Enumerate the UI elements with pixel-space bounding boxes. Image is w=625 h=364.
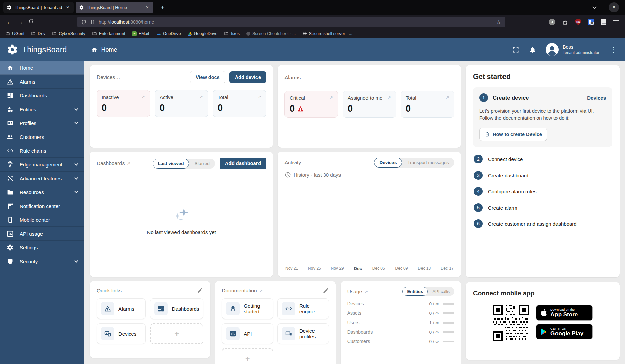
x-tick: Nov 29 <box>331 266 344 271</box>
bookmark-star-icon[interactable]: ☆ <box>496 19 501 25</box>
bookmark-onedrive[interactable]: ☁ OneDrive <box>156 31 181 36</box>
menu-hamburger-icon[interactable] <box>613 20 619 24</box>
toggle-entities[interactable]: Entities <box>402 287 428 296</box>
url-bar[interactable]: http://localhost:8080/home ☆ <box>77 17 505 27</box>
get-started-step-5[interactable]: 5 Create alarm <box>473 200 612 216</box>
add-dashboard-button[interactable]: Add dashboard <box>220 158 266 169</box>
bookmark-email[interactable]: ✉ EMail <box>132 31 149 36</box>
step-1-label: Create device <box>493 95 529 101</box>
stat-alarms-critical[interactable]: Critical↗ 0 <box>284 91 338 118</box>
bookmark-googledrive[interactable]: GoogleDrive <box>188 31 217 36</box>
usage-title: Usage↗ <box>347 289 368 295</box>
reader-view-icon[interactable] <box>601 19 606 25</box>
forward-button[interactable]: → <box>15 19 26 26</box>
get-started-step-2[interactable]: 2 Connect device <box>473 151 612 167</box>
jshelter-extension-icon[interactable]: J <box>549 19 555 25</box>
browser-tab-home[interactable]: ThingsBoard | Home × <box>76 2 153 13</box>
sidebar-item-entities[interactable]: Entities <box>0 102 84 116</box>
get-started-step-3[interactable]: 3 Create dashboard <box>473 167 612 183</box>
add-quick-link-button[interactable]: + <box>150 323 203 344</box>
breadcrumb-home[interactable]: Home <box>91 46 117 53</box>
thingsboard-logo[interactable]: ThingsBoard <box>7 44 67 55</box>
tab-close-icon[interactable]: × <box>145 5 150 10</box>
sidebar-item-rule-chains[interactable]: Rule chains <box>0 144 84 158</box>
sidebar-item-home[interactable]: Home <box>0 61 84 75</box>
reload-button[interactable] <box>26 19 36 26</box>
stat-devices-active[interactable]: Active↗ 0 <box>155 90 208 117</box>
bookmark-fixes[interactable]: fixes <box>224 31 240 36</box>
sidebar-item-edge-management[interactable]: Edge management <box>0 158 84 172</box>
devices-link[interactable]: Devices <box>587 95 606 101</box>
sidebar-item-security[interactable]: Security <box>0 254 84 268</box>
back-button[interactable]: ← <box>4 19 15 26</box>
password-manager-extension-icon[interactable] <box>588 19 594 25</box>
apple-logo-icon <box>540 309 547 317</box>
get-started-step-4[interactable]: 4 Configure alarm rules <box>473 183 612 200</box>
bookmark-screen-cheatsheet[interactable]: Screen Cheatsheet · ... <box>246 31 296 36</box>
stat-alarms-total[interactable]: Total↗ 0 <box>401 91 454 118</box>
ublock-extension-icon[interactable]: UO <box>575 19 581 25</box>
bookmark-cybersecurity[interactable]: CyberSecurity <box>52 31 85 36</box>
sidebar-item-customers[interactable]: Customers <box>0 130 84 144</box>
page-info-icon[interactable] <box>90 19 95 25</box>
toggle-starred[interactable]: Starred <box>189 159 215 169</box>
browser-tab-tenant[interactable]: ThingsBoard | Tenant ad × <box>3 2 74 13</box>
get-started-step-6[interactable]: 6 Create customer and assign dashboard <box>473 216 612 232</box>
doc-link-api[interactable]: API <box>222 323 273 344</box>
usage-row-users: Users1 / ∞ <box>347 320 454 325</box>
stat-devices-total[interactable]: Total↗ 0 <box>213 90 266 117</box>
user-menu[interactable]: Boss Tenant administrator <box>546 43 599 56</box>
sidebar-item-resources[interactable]: Resources <box>0 185 84 199</box>
bookmark-entertainment[interactable]: Entertainment <box>92 31 125 36</box>
stat-alarms-assigned[interactable]: Assigned to me↗ 0 <box>343 91 396 118</box>
edit-pencil-icon[interactable] <box>323 287 329 294</box>
phone-icon <box>7 216 14 223</box>
toggle-transport-messages[interactable]: Transport messages <box>402 158 454 168</box>
sidebar-item-api-usage[interactable]: API usage <box>0 227 84 241</box>
edit-pencil-icon[interactable] <box>197 287 203 294</box>
window-close-button[interactable]: × <box>609 2 619 12</box>
sidebar-item-settings[interactable]: Settings <box>0 241 84 254</box>
tracking-shield-icon[interactable] <box>81 19 87 25</box>
tab-close-icon[interactable]: × <box>65 5 70 10</box>
step-1-description: Let's provision your first device to the… <box>479 108 606 122</box>
toggle-last-viewed[interactable]: Last viewed <box>153 159 189 169</box>
quick-link-devices[interactable]: Devices <box>97 323 146 344</box>
sidebar-item-profiles[interactable]: Profiles <box>0 116 84 130</box>
notifications-bell-icon[interactable] <box>529 46 536 53</box>
toggle-api-calls[interactable]: API calls <box>428 287 454 296</box>
sidebar-item-advanced-features[interactable]: Advanced features <box>0 172 84 185</box>
google-play-badge[interactable]: GET IT ON Google Play <box>536 324 593 339</box>
history-range-label: History - last 30 days <box>294 172 341 178</box>
folder-icon <box>92 31 97 36</box>
toggle-devices[interactable]: Devices <box>374 158 402 168</box>
new-tab-button[interactable]: + <box>159 4 167 11</box>
doc-link-getting-started[interactable]: Getting started <box>222 298 273 319</box>
external-link-arrow-icon: ↗ <box>445 95 449 101</box>
usage-row-devices: Devices0 / ∞ <box>347 301 454 306</box>
doc-link-rule-engine[interactable]: Rule engine <box>277 298 329 319</box>
bookmark-ugent[interactable]: UGent <box>5 31 24 36</box>
sidebar-item-dashboards[interactable]: Dashboards <box>0 89 84 102</box>
bookmark-secure-shell[interactable]: Secure shell server - ... <box>303 31 353 36</box>
stat-devices-inactive[interactable]: Inactive↗ 0 <box>97 90 150 117</box>
view-docs-button[interactable]: View docs <box>190 71 225 83</box>
app-store-badge[interactable]: Download on the App Store <box>536 305 593 321</box>
add-device-button[interactable]: Add device <box>229 71 266 83</box>
rule-chains-code-icon <box>7 147 14 154</box>
external-link-arrow-icon[interactable]: ↗ <box>127 161 131 166</box>
sidebar-item-alarms[interactable]: Alarms <box>0 75 84 89</box>
bookmark-dev[interactable]: Dev <box>31 31 45 36</box>
quick-link-dashboards[interactable]: Dashboards <box>150 298 203 319</box>
quick-link-alarms[interactable]: Alarms <box>97 298 146 319</box>
doc-link-device-profiles[interactable]: Device profiles <box>277 323 329 344</box>
usage-row-dashboards: Dashboards0 / ∞ <box>347 329 454 335</box>
sidebar-item-notification-center[interactable]: Notification center <box>0 199 84 213</box>
sidebar-item-mobile-center[interactable]: Mobile center <box>0 213 84 227</box>
extensions-puzzle-icon[interactable] <box>562 19 569 25</box>
how-to-create-device-button[interactable]: How to create Device <box>479 128 547 141</box>
fullscreen-icon[interactable] <box>512 46 519 53</box>
kebab-menu-icon[interactable]: ⋮ <box>609 46 618 54</box>
add-doc-link-button[interactable]: + <box>222 348 273 364</box>
list-tabs-chevron-icon[interactable] <box>592 5 597 9</box>
